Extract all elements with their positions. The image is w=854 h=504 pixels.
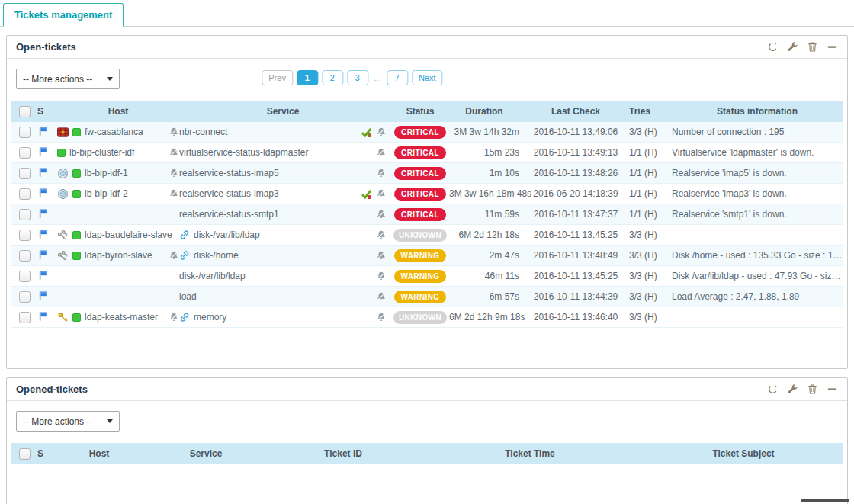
table-row[interactable]: load WARNING 6m 57s 2016-10-11 13:44:39 … (11, 287, 843, 307)
row-status-info: Disk /var/lib/ldap - used : 47.93 Go - s… (672, 271, 843, 281)
host-status-square (72, 313, 81, 322)
col-header-service: Service (179, 106, 391, 117)
row-tries: 3/3 (H) (629, 271, 672, 281)
host-bell-icon (169, 127, 179, 137)
wrench-icon[interactable] (787, 384, 798, 395)
more-actions-label: -- More actions -- (23, 416, 107, 427)
service-bell-icon (376, 230, 387, 240)
key-icon (57, 312, 69, 323)
row-service-name[interactable]: realservice-status-imap5 (179, 168, 279, 178)
row-host-name[interactable]: ldap-keats-master (85, 312, 158, 323)
table-row[interactable]: disk-/var/lib/ldap WARNING 46m 11s 2016-… (11, 266, 843, 287)
pagination-prev-button[interactable]: Prev (262, 70, 293, 85)
horizontal-scrollbar-thumb[interactable] (801, 499, 849, 502)
pagination-page-3[interactable]: 3 (347, 70, 368, 85)
row-checkbox[interactable] (19, 250, 30, 262)
hexagon-icon (57, 188, 69, 200)
row-last-check: 2016-10-11 13:49:13 (522, 147, 629, 158)
open-tickets-column-headers: S Host Service Status Duration Last Chec… (11, 101, 843, 122)
refresh-icon[interactable] (767, 384, 779, 395)
trash-icon[interactable] (807, 41, 818, 53)
pagination-next-button[interactable]: Next (412, 70, 443, 85)
row-checkbox[interactable] (19, 168, 30, 179)
row-checkbox[interactable] (19, 147, 30, 159)
opened-tickets-title: Opened-tickets (16, 384, 88, 395)
table-row[interactable]: fw-casablanca nbr-connect CRITICAL 3M 3w… (11, 122, 843, 143)
row-tries: 1/1 (H) (629, 188, 672, 199)
host-status-square (72, 190, 81, 198)
row-last-check: 2016-10-11 13:44:39 (522, 291, 629, 302)
table-row[interactable]: realservice-status-smtp1 CRITICAL 11m 59… (11, 204, 843, 225)
pagination-page-last[interactable]: 7 (387, 70, 408, 85)
row-service-name[interactable]: load (179, 291, 197, 302)
refresh-icon[interactable] (767, 41, 779, 53)
trash-icon[interactable] (807, 384, 818, 395)
host-status-square (72, 169, 81, 178)
open-tickets-panel: Open-tickets -- More actions -- Prev 1 2… (6, 35, 848, 369)
tab-tickets-management[interactable]: Tickets management (3, 3, 124, 27)
table-row[interactable]: lb-bip-idf-1 realservice-status-imap5 CR… (11, 163, 843, 184)
row-checkbox[interactable] (19, 291, 30, 303)
row-service-name[interactable]: disk-/home (194, 250, 239, 261)
row-checkbox[interactable] (19, 271, 30, 282)
row-host-name[interactable]: fw-casablanca (85, 127, 143, 137)
host-bell-icon (169, 250, 179, 261)
row-status-info: Realservice 'imap3' is down. (672, 188, 843, 199)
col-header-duration: Duration (449, 106, 522, 117)
row-last-check: 2016-10-11 13:47:37 (522, 209, 629, 220)
status-badge: WARNING (394, 270, 446, 283)
host-bell-icon (169, 312, 179, 323)
opened-tickets-column-headers: S Host Service Ticket ID Ticket Time Tic… (11, 443, 843, 464)
table-row[interactable]: lb-bip-idf-2 realservice-status-imap3 CR… (11, 184, 843, 204)
wrench-icon[interactable] (787, 41, 798, 53)
flag-icon (37, 146, 48, 157)
select-all-checkbox[interactable] (19, 448, 30, 460)
service-link-icon[interactable] (179, 230, 190, 240)
more-actions-label: -- More actions -- (23, 74, 107, 85)
row-checkbox[interactable] (19, 209, 30, 220)
more-actions-select[interactable]: -- More actions -- (16, 69, 120, 89)
service-link-icon[interactable] (179, 312, 190, 323)
more-actions-select[interactable]: -- More actions -- (16, 411, 120, 432)
row-host-name[interactable]: ldap-byron-slave (85, 250, 152, 261)
collapse-icon[interactable] (827, 384, 838, 395)
row-host-name[interactable]: ldap-baudelaire-slave (85, 230, 172, 240)
row-service-name[interactable]: virtualservice-status-ldapmaster (179, 147, 308, 158)
pagination-ellipsis: ... (372, 71, 383, 85)
row-service-name[interactable]: disk-/var/lib/ldap (179, 271, 246, 281)
row-duration: 15m 23s (449, 147, 522, 158)
flag-icon (37, 249, 48, 260)
service-link-icon[interactable] (179, 250, 190, 261)
table-row[interactable]: ldap-byron-slave disk-/home WARNING 2m 4… (11, 246, 843, 266)
row-service-name[interactable]: nbr-connect (179, 127, 227, 137)
pagination-page-2[interactable]: 2 (322, 70, 343, 85)
flag-icon (37, 311, 48, 322)
service-bell-icon (376, 188, 387, 199)
col-header-s: S (37, 448, 57, 459)
host-bell-icon (169, 168, 179, 178)
col-header-tries: Tries (629, 106, 672, 117)
row-checkbox[interactable] (19, 127, 30, 138)
row-service-name[interactable]: realservice-status-imap3 (179, 188, 279, 199)
flag-icon (37, 229, 48, 239)
row-checkbox[interactable] (19, 230, 30, 241)
row-service-name[interactable]: realservice-status-smtp1 (179, 209, 279, 220)
pagination-page-1[interactable]: 1 (297, 70, 318, 85)
row-service-name[interactable]: memory (194, 312, 226, 323)
table-row[interactable]: ldap-keats-master memory UNKNOWN 6M 2d 1… (11, 307, 843, 328)
select-all-checkbox[interactable] (19, 106, 30, 117)
row-service-name[interactable]: disk-/var/lib/ldap (194, 230, 260, 240)
row-checkbox[interactable] (19, 312, 30, 323)
host-bell-icon (169, 147, 179, 158)
row-host-name[interactable]: lb-bip-idf-2 (85, 188, 128, 199)
row-tries: 1/1 (H) (629, 168, 672, 178)
row-checkbox[interactable] (19, 188, 30, 200)
row-host-name[interactable]: lb-bip-cluster-idf (69, 147, 134, 158)
keys-icon (57, 230, 69, 241)
table-row[interactable]: ldap-baudelaire-slave disk-/var/lib/ldap… (11, 225, 843, 246)
row-last-check: 2016-10-11 13:49:06 (522, 127, 629, 137)
row-host-name[interactable]: lb-bip-idf-1 (85, 168, 128, 178)
flag-icon (37, 167, 48, 178)
collapse-icon[interactable] (827, 41, 838, 53)
table-row[interactable]: lb-bip-cluster-idf virtualservice-status… (11, 143, 843, 163)
